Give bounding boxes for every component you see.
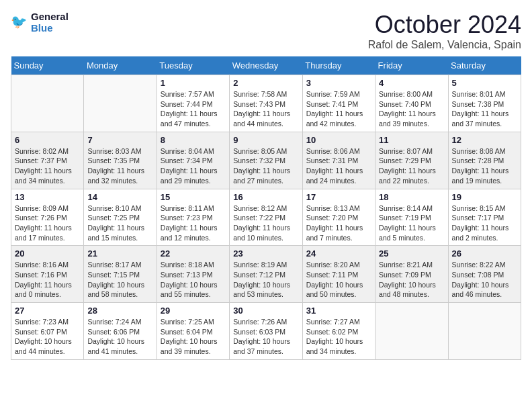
calendar-table: SundayMondayTuesdayWednesdayThursdayFrid… <box>11 56 521 360</box>
weekday-header-cell: Saturday <box>448 56 521 75</box>
day-number: 13 <box>15 192 80 202</box>
calendar-cell: 16Sunrise: 8:12 AM Sunset: 7:22 PM Dayli… <box>230 189 302 246</box>
day-number: 25 <box>379 248 444 259</box>
calendar-week-row: 20Sunrise: 8:16 AM Sunset: 7:16 PM Dayli… <box>11 246 521 303</box>
day-number: 1 <box>161 78 226 88</box>
day-number: 5 <box>452 78 517 88</box>
month-title: October 2024 <box>368 11 521 39</box>
calendar-cell: 5Sunrise: 8:01 AM Sunset: 7:38 PM Daylig… <box>448 75 521 132</box>
location-title: Rafol de Salem, Valencia, Spain <box>368 39 521 51</box>
calendar-cell: 21Sunrise: 8:17 AM Sunset: 7:15 PM Dayli… <box>84 246 157 303</box>
day-info: Sunrise: 8:16 AM Sunset: 7:16 PM Dayligh… <box>15 260 80 300</box>
day-number: 14 <box>87 192 152 202</box>
calendar-cell: 23Sunrise: 8:19 AM Sunset: 7:12 PM Dayli… <box>230 246 302 303</box>
page-header: 🐦 General Blue October 2024 Rafol de Sal… <box>11 11 521 51</box>
day-info: Sunrise: 8:11 AM Sunset: 7:23 PM Dayligh… <box>161 203 226 243</box>
day-info: Sunrise: 8:15 AM Sunset: 7:17 PM Dayligh… <box>452 203 517 243</box>
logo-icon: 🐦 <box>11 13 30 32</box>
day-info: Sunrise: 8:18 AM Sunset: 7:13 PM Dayligh… <box>161 260 226 300</box>
day-info: Sunrise: 7:57 AM Sunset: 7:44 PM Dayligh… <box>161 89 226 129</box>
calendar-cell: 31Sunrise: 7:27 AM Sunset: 6:02 PM Dayli… <box>302 303 375 360</box>
day-info: Sunrise: 8:12 AM Sunset: 7:22 PM Dayligh… <box>233 203 298 243</box>
day-info: Sunrise: 8:17 AM Sunset: 7:15 PM Dayligh… <box>87 260 152 300</box>
day-number: 4 <box>379 78 444 88</box>
calendar-cell: 11Sunrise: 8:07 AM Sunset: 7:29 PM Dayli… <box>375 132 448 189</box>
calendar-cell: 27Sunrise: 7:23 AM Sunset: 6:07 PM Dayli… <box>11 303 84 360</box>
day-info: Sunrise: 7:25 AM Sunset: 6:04 PM Dayligh… <box>161 317 226 357</box>
day-info: Sunrise: 8:05 AM Sunset: 7:32 PM Dayligh… <box>233 146 298 186</box>
day-info: Sunrise: 8:06 AM Sunset: 7:31 PM Dayligh… <box>306 146 371 186</box>
calendar-cell: 13Sunrise: 8:09 AM Sunset: 7:26 PM Dayli… <box>11 189 84 246</box>
calendar-cell: 15Sunrise: 8:11 AM Sunset: 7:23 PM Dayli… <box>157 189 229 246</box>
calendar-cell: 4Sunrise: 8:00 AM Sunset: 7:40 PM Daylig… <box>375 75 448 132</box>
day-info: Sunrise: 8:04 AM Sunset: 7:34 PM Dayligh… <box>161 146 226 186</box>
day-info: Sunrise: 8:19 AM Sunset: 7:12 PM Dayligh… <box>233 260 298 300</box>
day-number: 22 <box>161 248 226 259</box>
day-number: 30 <box>233 306 298 316</box>
day-number: 24 <box>306 248 371 259</box>
day-number: 19 <box>452 192 517 202</box>
calendar-cell: 9Sunrise: 8:05 AM Sunset: 7:32 PM Daylig… <box>230 132 302 189</box>
calendar-cell: 20Sunrise: 8:16 AM Sunset: 7:16 PM Dayli… <box>11 246 84 303</box>
day-number: 7 <box>87 135 152 145</box>
calendar-week-row: 6Sunrise: 8:02 AM Sunset: 7:37 PM Daylig… <box>11 132 521 189</box>
day-number: 6 <box>15 135 80 145</box>
calendar-cell: 14Sunrise: 8:10 AM Sunset: 7:25 PM Dayli… <box>84 189 157 246</box>
day-info: Sunrise: 8:08 AM Sunset: 7:28 PM Dayligh… <box>452 146 517 186</box>
day-info: Sunrise: 7:26 AM Sunset: 6:03 PM Dayligh… <box>233 317 298 357</box>
calendar-cell <box>11 75 84 132</box>
weekday-header-cell: Thursday <box>302 56 375 75</box>
calendar-cell: 2Sunrise: 7:58 AM Sunset: 7:43 PM Daylig… <box>230 75 302 132</box>
logo-text-line1: General <box>31 11 69 22</box>
day-info: Sunrise: 8:07 AM Sunset: 7:29 PM Dayligh… <box>379 146 444 186</box>
day-number: 10 <box>306 135 371 145</box>
day-info: Sunrise: 8:00 AM Sunset: 7:40 PM Dayligh… <box>379 89 444 129</box>
weekday-header-cell: Sunday <box>11 56 84 75</box>
calendar-week-row: 1Sunrise: 7:57 AM Sunset: 7:44 PM Daylig… <box>11 75 521 132</box>
calendar-cell: 25Sunrise: 8:21 AM Sunset: 7:09 PM Dayli… <box>375 246 448 303</box>
calendar-cell: 6Sunrise: 8:02 AM Sunset: 7:37 PM Daylig… <box>11 132 84 189</box>
day-info: Sunrise: 8:13 AM Sunset: 7:20 PM Dayligh… <box>306 203 371 243</box>
calendar-cell: 8Sunrise: 8:04 AM Sunset: 7:34 PM Daylig… <box>157 132 229 189</box>
day-info: Sunrise: 7:24 AM Sunset: 6:06 PM Dayligh… <box>87 317 152 357</box>
day-number: 29 <box>161 306 226 316</box>
day-info: Sunrise: 8:14 AM Sunset: 7:19 PM Dayligh… <box>379 203 444 243</box>
day-info: Sunrise: 8:20 AM Sunset: 7:11 PM Dayligh… <box>306 260 371 300</box>
day-number: 8 <box>161 135 226 145</box>
calendar-cell: 1Sunrise: 7:57 AM Sunset: 7:44 PM Daylig… <box>157 75 229 132</box>
weekday-header-cell: Monday <box>84 56 157 75</box>
day-number: 9 <box>233 135 298 145</box>
calendar-cell: 19Sunrise: 8:15 AM Sunset: 7:17 PM Dayli… <box>448 189 521 246</box>
day-info: Sunrise: 8:21 AM Sunset: 7:09 PM Dayligh… <box>379 260 444 300</box>
calendar-week-row: 27Sunrise: 7:23 AM Sunset: 6:07 PM Dayli… <box>11 303 521 360</box>
day-number: 11 <box>379 135 444 145</box>
calendar-cell: 10Sunrise: 8:06 AM Sunset: 7:31 PM Dayli… <box>302 132 375 189</box>
day-number: 23 <box>233 248 298 259</box>
day-number: 20 <box>15 248 80 259</box>
day-number: 26 <box>452 248 517 259</box>
day-number: 2 <box>233 78 298 88</box>
day-info: Sunrise: 7:59 AM Sunset: 7:41 PM Dayligh… <box>306 89 371 129</box>
calendar-body: 1Sunrise: 7:57 AM Sunset: 7:44 PM Daylig… <box>11 75 521 360</box>
weekday-header-cell: Wednesday <box>230 56 302 75</box>
logo: 🐦 General Blue <box>11 11 69 34</box>
day-number: 12 <box>452 135 517 145</box>
day-info: Sunrise: 7:27 AM Sunset: 6:02 PM Dayligh… <box>306 317 371 357</box>
day-number: 3 <box>306 78 371 88</box>
day-info: Sunrise: 8:10 AM Sunset: 7:25 PM Dayligh… <box>87 203 152 243</box>
day-number: 31 <box>306 306 371 316</box>
day-info: Sunrise: 8:22 AM Sunset: 7:08 PM Dayligh… <box>452 260 517 300</box>
day-info: Sunrise: 7:58 AM Sunset: 7:43 PM Dayligh… <box>233 89 298 129</box>
logo-text-line2: Blue <box>31 22 69 34</box>
calendar-week-row: 13Sunrise: 8:09 AM Sunset: 7:26 PM Dayli… <box>11 189 521 246</box>
calendar-cell: 22Sunrise: 8:18 AM Sunset: 7:13 PM Dayli… <box>157 246 229 303</box>
day-info: Sunrise: 8:09 AM Sunset: 7:26 PM Dayligh… <box>15 203 80 243</box>
calendar-cell: 28Sunrise: 7:24 AM Sunset: 6:06 PM Dayli… <box>84 303 157 360</box>
weekday-header-row: SundayMondayTuesdayWednesdayThursdayFrid… <box>11 56 521 75</box>
day-number: 17 <box>306 192 371 202</box>
day-info: Sunrise: 8:02 AM Sunset: 7:37 PM Dayligh… <box>15 146 80 186</box>
weekday-header-cell: Friday <box>375 56 448 75</box>
calendar-cell: 12Sunrise: 8:08 AM Sunset: 7:28 PM Dayli… <box>448 132 521 189</box>
day-number: 27 <box>15 306 80 316</box>
calendar-cell: 24Sunrise: 8:20 AM Sunset: 7:11 PM Dayli… <box>302 246 375 303</box>
